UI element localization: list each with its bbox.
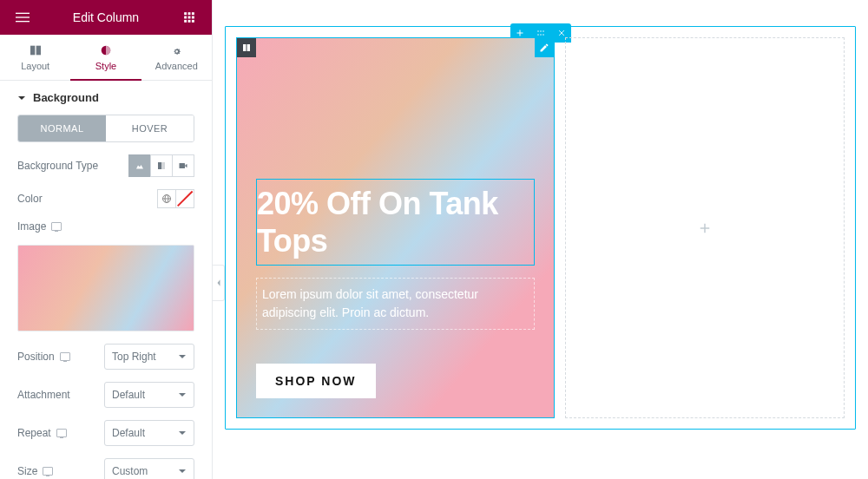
svg-point-23	[542, 30, 544, 32]
svg-rect-1	[16, 16, 30, 17]
image-label: Image	[17, 220, 194, 233]
state-toggle: NORMAL HOVER	[17, 115, 194, 142]
svg-rect-16	[158, 162, 161, 169]
column-1[interactable]: 20% Off On Tank Tops Lorem ipsum dolor s…	[236, 37, 555, 418]
tab-layout-label: Layout	[21, 61, 49, 71]
background-controls: NORMAL HOVER Background Type	[0, 115, 212, 479]
svg-rect-3	[184, 12, 187, 15]
svg-rect-12	[30, 46, 35, 56]
heading-widget[interactable]: 20% Off On Tank Tops	[256, 179, 535, 266]
sidebar-title: Edit Column	[35, 10, 177, 24]
color-picker	[157, 189, 194, 208]
attachment-label: Attachment	[17, 389, 95, 401]
state-normal[interactable]: NORMAL	[18, 115, 106, 141]
svg-rect-0	[16, 13, 30, 14]
menu-icon[interactable]	[10, 5, 35, 30]
bg-type-group	[128, 154, 194, 177]
section-background-title: Background	[33, 91, 99, 104]
section-background-header[interactable]: Background	[0, 81, 212, 115]
add-widget-placeholder[interactable]	[566, 38, 845, 417]
bg-type-video[interactable]	[172, 154, 194, 177]
editor-tabs: Layout Style Advanced	[0, 35, 212, 81]
svg-rect-5	[192, 12, 194, 15]
section-outline: 20% Off On Tank Tops Lorem ipsum dolor s…	[225, 26, 856, 430]
bg-image-preview[interactable]	[17, 245, 194, 331]
widget-edit-icon[interactable]	[535, 38, 554, 57]
chevron-down-icon	[178, 467, 187, 476]
svg-rect-8	[192, 16, 194, 19]
svg-rect-17	[180, 163, 186, 168]
editor-sidebar: Edit Column Layout Style Advanced Backgr…	[0, 0, 213, 479]
chevron-down-icon	[178, 390, 187, 399]
shop-now-button[interactable]: SHOP NOW	[256, 364, 376, 398]
heading-text: 20% Off On Tank Tops	[257, 185, 534, 259]
responsive-icon[interactable]	[51, 222, 62, 231]
svg-rect-2	[16, 21, 30, 22]
svg-point-21	[537, 30, 539, 32]
state-hover[interactable]: HOVER	[106, 115, 194, 141]
bg-type-label: Background Type	[17, 160, 98, 172]
svg-rect-6	[184, 16, 187, 19]
svg-point-22	[540, 30, 542, 32]
chevron-down-icon	[178, 429, 187, 437]
column-label-icon[interactable]	[237, 38, 256, 57]
svg-point-25	[540, 34, 542, 36]
editor-canvas: 20% Off On Tank Tops Lorem ipsum dolor s…	[213, 0, 868, 479]
svg-point-24	[537, 34, 539, 36]
svg-rect-9	[184, 20, 187, 23]
svg-rect-28	[247, 44, 251, 51]
chevron-down-icon	[178, 352, 187, 361]
svg-rect-11	[192, 20, 194, 23]
bg-type-gradient[interactable]	[150, 154, 173, 177]
svg-point-26	[542, 34, 544, 36]
column-2[interactable]	[565, 37, 845, 418]
svg-rect-7	[188, 16, 191, 19]
attachment-select[interactable]: Default	[104, 382, 194, 408]
svg-rect-27	[243, 44, 247, 51]
position-label: Position	[17, 351, 95, 363]
color-label: Color	[17, 193, 43, 205]
caret-down-icon	[17, 94, 26, 102]
style-panel: Background NORMAL HOVER Background Type	[0, 81, 212, 479]
responsive-icon[interactable]	[43, 467, 53, 476]
bg-type-classic[interactable]	[128, 154, 151, 177]
repeat-select[interactable]: Default	[104, 420, 194, 446]
svg-rect-4	[188, 12, 191, 15]
text-widget[interactable]: Lorem ipsum dolor sit amet, consectetur …	[256, 278, 535, 330]
apps-icon[interactable]	[177, 5, 201, 30]
color-global[interactable]	[157, 189, 176, 208]
size-select[interactable]: Custom	[104, 458, 194, 479]
tab-advanced[interactable]: Advanced	[141, 35, 212, 80]
svg-rect-10	[188, 20, 191, 23]
svg-rect-13	[36, 46, 40, 56]
responsive-icon[interactable]	[56, 429, 67, 437]
sidebar-header: Edit Column	[0, 0, 212, 35]
repeat-label: Repeat	[17, 427, 95, 439]
tab-style[interactable]: Style	[70, 35, 141, 80]
tab-style-label: Style	[95, 61, 116, 71]
position-select[interactable]: Top Right	[104, 344, 194, 370]
color-none[interactable]	[175, 189, 194, 208]
responsive-icon[interactable]	[60, 352, 70, 361]
size-label: Size	[17, 465, 95, 477]
tab-advanced-label: Advanced	[155, 61, 198, 71]
tab-layout[interactable]: Layout	[0, 35, 70, 80]
